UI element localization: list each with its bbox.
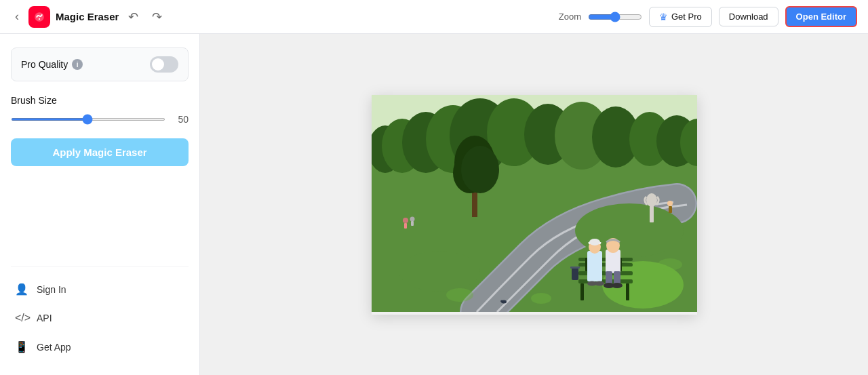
brush-size-value: 50	[172, 114, 189, 125]
pro-quality-label: Pro Quality i	[21, 59, 83, 70]
svg-point-47	[403, 218, 408, 223]
smartphone-icon: 📱	[15, 340, 28, 353]
person-icon: 👤	[15, 283, 28, 296]
header-left: ‹ Magic Eraser ↶ ↷	[11, 6, 551, 28]
svg-point-51	[667, 201, 673, 206]
svg-point-54	[500, 300, 503, 302]
svg-point-39	[589, 239, 600, 245]
sidebar-bottom-nav: 👤 Sign In </> API 📱 Get App	[11, 266, 189, 361]
toggle-slider	[150, 56, 178, 73]
apply-magic-eraser-button[interactable]: Apply Magic Eraser	[11, 138, 189, 166]
brush-size-label: Brush Size	[11, 95, 189, 106]
svg-point-55	[531, 293, 551, 304]
svg-point-46	[646, 193, 657, 207]
svg-rect-50	[411, 221, 414, 226]
redo-button[interactable]: ↷	[148, 7, 166, 27]
info-icon[interactable]: i	[72, 59, 83, 70]
header-right: Zoom ♛ Get Pro Download Open Editor	[559, 6, 857, 27]
svg-point-56	[446, 288, 473, 302]
svg-rect-52	[669, 206, 672, 213]
svg-point-36	[612, 283, 623, 288]
image-container	[372, 95, 697, 315]
svg-point-20	[399, 251, 480, 292]
sidebar-item-signin[interactable]: 👤 Sign In	[11, 275, 189, 304]
svg-rect-25	[580, 283, 584, 300]
signin-label: Sign In	[37, 284, 66, 295]
header: ‹ Magic Eraser ↶ ↷ Zoom ♛ Get Pro Downlo…	[0, 0, 868, 34]
svg-rect-31	[606, 250, 620, 273]
crown-icon: ♛	[659, 12, 668, 22]
park-image	[372, 95, 697, 312]
svg-point-42	[595, 281, 604, 285]
pro-quality-toggle[interactable]	[150, 56, 178, 73]
brush-size-slider[interactable]	[11, 118, 165, 121]
download-button[interactable]: Download	[719, 7, 778, 26]
getapp-label: Get App	[37, 342, 71, 353]
svg-rect-43	[572, 268, 578, 280]
svg-rect-37	[587, 251, 602, 273]
svg-rect-44	[570, 267, 580, 269]
main-layout: Pro Quality i Brush Size 50 Apply Magic …	[0, 34, 868, 375]
code-icon: </>	[15, 312, 28, 324]
svg-point-0	[35, 12, 44, 22]
svg-point-49	[410, 216, 414, 221]
open-editor-label: Open Editor	[796, 12, 846, 22]
svg-rect-26	[626, 283, 629, 300]
sidebar: Pro Quality i Brush Size 50 Apply Magic …	[0, 34, 200, 375]
brush-size-row: 50	[11, 114, 189, 125]
zoom-label: Zoom	[559, 12, 581, 22]
svg-rect-40	[587, 271, 602, 281]
open-editor-button[interactable]: Open Editor	[785, 6, 857, 27]
get-pro-label: Get Pro	[671, 12, 702, 22]
sidebar-item-getapp[interactable]: 📱 Get App	[11, 332, 189, 361]
canvas-area[interactable]	[200, 34, 868, 375]
pro-quality-row: Pro Quality i	[11, 47, 189, 81]
logo-icon	[28, 6, 50, 28]
sidebar-item-api[interactable]: </> API	[11, 304, 189, 332]
svg-rect-48	[404, 223, 407, 229]
api-label: API	[37, 313, 52, 323]
app-title: Magic Eraser	[56, 11, 119, 22]
svg-point-57	[658, 258, 682, 271]
get-pro-button[interactable]: ♛ Get Pro	[649, 7, 712, 27]
svg-point-1	[39, 18, 40, 19]
download-label: Download	[729, 12, 768, 22]
undo-button[interactable]: ↶	[124, 7, 142, 27]
svg-point-19	[461, 146, 499, 193]
zoom-slider[interactable]	[588, 12, 642, 22]
back-button[interactable]: ‹	[11, 7, 23, 26]
